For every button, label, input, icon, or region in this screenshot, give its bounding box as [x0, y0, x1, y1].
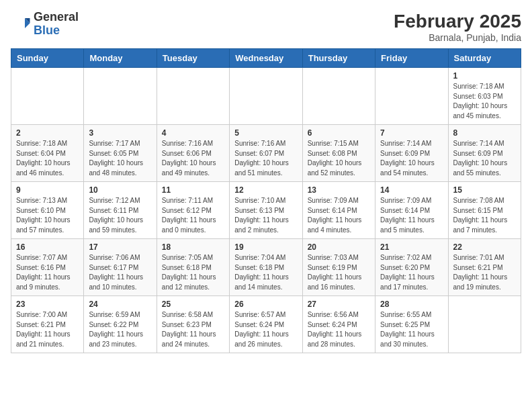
- calendar-header-row: SundayMondayTuesdayWednesdayThursdayFrid…: [11, 49, 521, 68]
- day-number: 23: [16, 300, 79, 309]
- day-info: Sunrise: 6:59 AM Sunset: 6:22 PM Dayligh…: [89, 310, 151, 349]
- day-number: 25: [162, 300, 224, 309]
- calendar-cell: 2Sunrise: 7:18 AM Sunset: 6:04 PM Daylig…: [11, 125, 84, 182]
- day-of-week-friday: Friday: [375, 49, 448, 68]
- calendar-week-5: 23Sunrise: 7:00 AM Sunset: 6:21 PM Dayli…: [11, 296, 521, 353]
- logo-general: General: [34, 10, 79, 24]
- calendar-cell: 6Sunrise: 7:15 AM Sunset: 6:08 PM Daylig…: [302, 125, 375, 182]
- day-number: 17: [89, 242, 151, 252]
- day-info: Sunrise: 7:16 AM Sunset: 6:07 PM Dayligh…: [234, 139, 297, 178]
- day-info: Sunrise: 7:04 AM Sunset: 6:18 PM Dayligh…: [234, 253, 297, 292]
- day-info: Sunrise: 7:01 AM Sunset: 6:21 PM Dayligh…: [453, 253, 516, 292]
- day-info: Sunrise: 7:07 AM Sunset: 6:16 PM Dayligh…: [16, 253, 79, 292]
- day-info: Sunrise: 7:09 AM Sunset: 6:14 PM Dayligh…: [308, 196, 370, 235]
- day-info: Sunrise: 7:13 AM Sunset: 6:10 PM Dayligh…: [16, 196, 79, 235]
- calendar-cell: [157, 68, 229, 125]
- day-number: 6: [308, 128, 370, 138]
- day-number: 4: [162, 128, 224, 138]
- calendar-cell: [84, 68, 157, 125]
- calendar-cell: 22Sunrise: 7:01 AM Sunset: 6:21 PM Dayli…: [448, 239, 521, 296]
- day-number: 28: [380, 300, 443, 309]
- day-number: 2: [16, 128, 79, 138]
- logo: General Blue: [11, 11, 79, 38]
- day-info: Sunrise: 7:15 AM Sunset: 6:08 PM Dayligh…: [308, 139, 370, 178]
- day-number: 13: [308, 185, 370, 195]
- day-number: 5: [234, 128, 297, 138]
- calendar-cell: 14Sunrise: 7:09 AM Sunset: 6:14 PM Dayli…: [375, 182, 448, 239]
- location: Barnala, Punjab, India: [394, 32, 521, 43]
- day-number: 27: [308, 300, 370, 309]
- day-number: 7: [380, 128, 443, 138]
- day-number: 11: [162, 185, 224, 195]
- day-of-week-saturday: Saturday: [448, 49, 521, 68]
- calendar-cell: 13Sunrise: 7:09 AM Sunset: 6:14 PM Dayli…: [302, 182, 375, 239]
- calendar-cell: 12Sunrise: 7:10 AM Sunset: 6:13 PM Dayli…: [230, 182, 302, 239]
- day-info: Sunrise: 7:05 AM Sunset: 6:18 PM Dayligh…: [162, 253, 224, 292]
- calendar-week-1: 1Sunrise: 7:18 AM Sunset: 6:03 PM Daylig…: [11, 68, 521, 125]
- day-info: Sunrise: 7:00 AM Sunset: 6:21 PM Dayligh…: [16, 310, 79, 349]
- day-of-week-tuesday: Tuesday: [157, 49, 229, 68]
- calendar-cell: 10Sunrise: 7:12 AM Sunset: 6:11 PM Dayli…: [84, 182, 157, 239]
- logo-icon: [11, 14, 31, 34]
- page-header: General Blue February 2025 Barnala, Punj…: [11, 11, 521, 43]
- calendar-cell: 4Sunrise: 7:16 AM Sunset: 6:06 PM Daylig…: [157, 125, 229, 182]
- month-title: February 2025: [394, 11, 521, 32]
- calendar-cell: [230, 68, 302, 125]
- calendar-cell: 26Sunrise: 6:57 AM Sunset: 6:24 PM Dayli…: [230, 296, 302, 353]
- day-info: Sunrise: 7:10 AM Sunset: 6:13 PM Dayligh…: [234, 196, 297, 235]
- day-info: Sunrise: 7:06 AM Sunset: 6:17 PM Dayligh…: [89, 253, 151, 292]
- day-number: 15: [453, 185, 516, 195]
- day-number: 19: [234, 242, 297, 252]
- calendar: SundayMondayTuesdayWednesdayThursdayFrid…: [11, 48, 521, 353]
- calendar-cell: [302, 68, 375, 125]
- calendar-cell: 17Sunrise: 7:06 AM Sunset: 6:17 PM Dayli…: [84, 239, 157, 296]
- day-info: Sunrise: 7:11 AM Sunset: 6:12 PM Dayligh…: [162, 196, 224, 235]
- day-number: 21: [380, 242, 443, 252]
- day-number: 1: [453, 71, 516, 81]
- day-number: 26: [234, 300, 297, 309]
- calendar-cell: 7Sunrise: 7:14 AM Sunset: 6:09 PM Daylig…: [375, 125, 448, 182]
- calendar-cell: [375, 68, 448, 125]
- calendar-cell: 9Sunrise: 7:13 AM Sunset: 6:10 PM Daylig…: [11, 182, 84, 239]
- day-number: 8: [453, 128, 516, 138]
- calendar-cell: 24Sunrise: 6:59 AM Sunset: 6:22 PM Dayli…: [84, 296, 157, 353]
- day-info: Sunrise: 7:14 AM Sunset: 6:09 PM Dayligh…: [453, 139, 516, 178]
- calendar-cell: 18Sunrise: 7:05 AM Sunset: 6:18 PM Dayli…: [157, 239, 229, 296]
- day-number: 12: [234, 185, 297, 195]
- calendar-cell: 20Sunrise: 7:03 AM Sunset: 6:19 PM Dayli…: [302, 239, 375, 296]
- day-of-week-wednesday: Wednesday: [230, 49, 302, 68]
- day-info: Sunrise: 7:16 AM Sunset: 6:06 PM Dayligh…: [162, 139, 224, 178]
- day-number: 18: [162, 242, 224, 252]
- logo-text: General Blue: [34, 11, 79, 38]
- calendar-cell: 1Sunrise: 7:18 AM Sunset: 6:03 PM Daylig…: [448, 68, 521, 125]
- calendar-cell: 15Sunrise: 7:08 AM Sunset: 6:15 PM Dayli…: [448, 182, 521, 239]
- day-number: 16: [16, 242, 79, 252]
- calendar-cell: [448, 296, 521, 353]
- day-info: Sunrise: 7:02 AM Sunset: 6:20 PM Dayligh…: [380, 253, 443, 292]
- calendar-cell: 5Sunrise: 7:16 AM Sunset: 6:07 PM Daylig…: [230, 125, 302, 182]
- day-info: Sunrise: 6:56 AM Sunset: 6:24 PM Dayligh…: [308, 310, 370, 349]
- day-of-week-thursday: Thursday: [302, 49, 375, 68]
- day-info: Sunrise: 7:09 AM Sunset: 6:14 PM Dayligh…: [380, 196, 443, 235]
- calendar-cell: 3Sunrise: 7:17 AM Sunset: 6:05 PM Daylig…: [84, 125, 157, 182]
- day-number: 24: [89, 300, 151, 309]
- day-number: 9: [16, 185, 79, 195]
- day-info: Sunrise: 7:18 AM Sunset: 6:03 PM Dayligh…: [453, 82, 516, 121]
- calendar-cell: 27Sunrise: 6:56 AM Sunset: 6:24 PM Dayli…: [302, 296, 375, 353]
- day-info: Sunrise: 7:08 AM Sunset: 6:15 PM Dayligh…: [453, 196, 516, 235]
- calendar-cell: 19Sunrise: 7:04 AM Sunset: 6:18 PM Dayli…: [230, 239, 302, 296]
- day-number: 20: [308, 242, 370, 252]
- day-of-week-sunday: Sunday: [11, 49, 84, 68]
- day-info: Sunrise: 6:55 AM Sunset: 6:25 PM Dayligh…: [380, 310, 443, 349]
- day-info: Sunrise: 7:17 AM Sunset: 6:05 PM Dayligh…: [89, 139, 151, 178]
- day-info: Sunrise: 6:58 AM Sunset: 6:23 PM Dayligh…: [162, 310, 224, 349]
- calendar-week-3: 9Sunrise: 7:13 AM Sunset: 6:10 PM Daylig…: [11, 182, 521, 239]
- day-number: 22: [453, 242, 516, 252]
- day-number: 3: [89, 128, 151, 138]
- calendar-week-2: 2Sunrise: 7:18 AM Sunset: 6:04 PM Daylig…: [11, 125, 521, 182]
- title-block: February 2025 Barnala, Punjab, India: [394, 11, 521, 43]
- day-number: 10: [89, 185, 151, 195]
- calendar-cell: 25Sunrise: 6:58 AM Sunset: 6:23 PM Dayli…: [157, 296, 229, 353]
- day-of-week-monday: Monday: [84, 49, 157, 68]
- calendar-cell: 11Sunrise: 7:11 AM Sunset: 6:12 PM Dayli…: [157, 182, 229, 239]
